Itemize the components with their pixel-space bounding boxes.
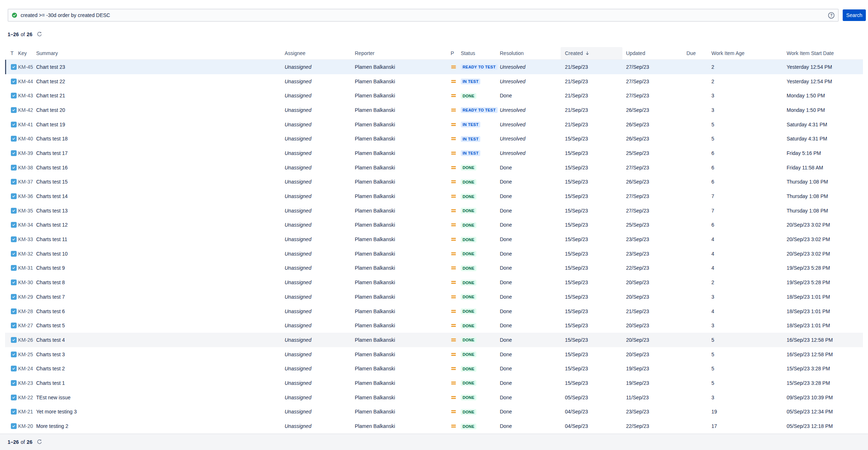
issue-row[interactable]: KM-35 Charts test 13 Unassigned Plamen B… (5, 203, 863, 218)
issue-summary[interactable]: Charts test 5 (36, 318, 285, 333)
issue-summary[interactable]: Charts test 12 (36, 218, 285, 232)
column-header-created[interactable]: Created (565, 47, 626, 60)
issue-row[interactable]: KM-36 Charts test 14 Unassigned Plamen B… (5, 189, 863, 203)
issue-key[interactable]: KM-29 (18, 290, 36, 304)
issue-key[interactable]: KM-23 (18, 376, 36, 390)
issue-summary[interactable]: Charts test 10 (36, 247, 285, 261)
refresh-icon[interactable] (37, 439, 42, 445)
issue-row[interactable]: KM-25 Charts test 3 Unassigned Plamen Ba… (5, 347, 863, 362)
column-header-work-item-age[interactable]: Work Item Age (711, 47, 787, 60)
issue-summary[interactable]: Charts test 4 (36, 333, 285, 347)
issue-key[interactable]: KM-34 (18, 218, 36, 232)
issue-key[interactable]: KM-27 (18, 318, 36, 333)
issue-row[interactable]: KM-27 Charts test 5 Unassigned Plamen Ba… (5, 318, 863, 333)
issue-summary[interactable]: More testing 2 (36, 419, 285, 433)
issue-summary[interactable]: Chart test 19 (36, 117, 285, 132)
issue-row[interactable]: KM-22 TEst new issue Unassigned Plamen B… (5, 390, 863, 405)
issue-row[interactable]: KM-29 Charts test 7 Unassigned Plamen Ba… (5, 290, 863, 304)
search-button[interactable]: Search (843, 9, 866, 21)
issue-row[interactable]: KM-38 Charts test 16 Unassigned Plamen B… (5, 160, 863, 175)
column-header-work-item-start-date[interactable]: Work Item Start Date (787, 47, 863, 60)
issue-summary[interactable]: Charts test 14 (36, 189, 285, 203)
jql-search-input[interactable]: created >= -30d order by created DESC ? (8, 9, 839, 22)
issue-key[interactable]: KM-39 (18, 146, 36, 160)
issue-key[interactable]: KM-42 (18, 103, 36, 117)
column-header-priority[interactable]: P (451, 47, 461, 60)
issue-key[interactable]: KM-24 (18, 361, 36, 376)
help-icon[interactable]: ? (828, 12, 835, 19)
issue-key[interactable]: KM-22 (18, 390, 36, 405)
issue-summary[interactable]: Charts test 7 (36, 290, 285, 304)
issue-key[interactable]: KM-20 (18, 419, 36, 433)
issue-row[interactable]: KM-24 Charts test 2 Unassigned Plamen Ba… (5, 361, 863, 376)
issue-row[interactable]: KM-26 Charts test 4 Unassigned Plamen Ba… (5, 333, 863, 347)
column-header-summary[interactable]: Summary (36, 47, 285, 60)
column-header-assignee[interactable]: Assignee (285, 47, 355, 60)
issue-key[interactable]: KM-40 (18, 131, 36, 146)
refresh-icon[interactable] (37, 31, 42, 37)
issue-summary[interactable]: Charts test 9 (36, 261, 285, 276)
issue-summary[interactable]: Charts test 11 (36, 232, 285, 247)
issue-key[interactable]: KM-45 (18, 60, 36, 74)
issue-key[interactable]: KM-41 (18, 117, 36, 132)
issue-summary[interactable]: Chart test 20 (36, 103, 285, 117)
issue-key[interactable]: KM-38 (18, 160, 36, 175)
issue-row[interactable]: KM-33 Charts test 11 Unassigned Plamen B… (5, 232, 863, 247)
issue-key[interactable]: KM-35 (18, 203, 36, 218)
issue-summary[interactable]: Charts test 2 (36, 361, 285, 376)
issue-key[interactable]: KM-21 (18, 405, 36, 419)
issue-summary[interactable]: Charts test 16 (36, 160, 285, 175)
issue-key[interactable]: KM-37 (18, 175, 36, 189)
column-header-due[interactable]: Due (686, 47, 711, 60)
column-header-updated[interactable]: Updated (626, 47, 686, 60)
issue-summary[interactable]: Charts test 6 (36, 304, 285, 319)
issue-row[interactable]: KM-42 Chart test 20 Unassigned Plamen Ba… (5, 103, 863, 117)
issue-summary[interactable]: Charts test 18 (36, 131, 285, 146)
issue-key[interactable]: KM-25 (18, 347, 36, 362)
issue-row[interactable]: KM-37 Charts test 15 Unassigned Plamen B… (5, 175, 863, 189)
issue-key[interactable]: KM-31 (18, 261, 36, 276)
issue-summary[interactable]: Charts test 13 (36, 203, 285, 218)
issue-row[interactable]: KM-21 Yet more testing 3 Unassigned Plam… (5, 405, 863, 419)
issue-work-item-age: 5 (711, 131, 787, 146)
issue-row[interactable]: KM-20 More testing 2 Unassigned Plamen B… (5, 419, 863, 433)
issue-summary[interactable]: Charts test 17 (36, 146, 285, 160)
issue-work-item-start-date: Friday 11:58 AM (787, 160, 863, 175)
issue-summary[interactable]: TEst new issue (36, 390, 285, 405)
jql-query-text[interactable]: created >= -30d order by created DESC (21, 12, 828, 18)
issue-key[interactable]: KM-36 (18, 189, 36, 203)
issue-row[interactable]: KM-40 Charts test 18 Unassigned Plamen B… (5, 131, 863, 146)
issue-row[interactable]: KM-30 Charts test 8 Unassigned Plamen Ba… (5, 275, 863, 290)
column-header-resolution[interactable]: Resolution (500, 47, 565, 60)
issue-summary[interactable]: Chart test 22 (36, 74, 285, 89)
issue-row[interactable]: KM-34 Charts test 12 Unassigned Plamen B… (5, 218, 863, 232)
issue-key[interactable]: KM-43 (18, 88, 36, 103)
issue-summary[interactable]: Chart test 23 (36, 60, 285, 74)
column-header-reporter[interactable]: Reporter (355, 47, 451, 60)
issue-row[interactable]: KM-43 Chart test 21 Unassigned Plamen Ba… (5, 88, 863, 103)
issue-summary[interactable]: Charts test 3 (36, 347, 285, 362)
issue-row[interactable]: KM-23 Charts test 1 Unassigned Plamen Ba… (5, 376, 863, 390)
issue-row[interactable]: KM-44 Chart test 22 Unassigned Plamen Ba… (5, 74, 863, 89)
issue-summary[interactable]: Yet more testing 3 (36, 405, 285, 419)
issue-row[interactable]: KM-32 Charts test 10 Unassigned Plamen B… (5, 247, 863, 261)
issue-row[interactable]: KM-31 Charts test 9 Unassigned Plamen Ba… (5, 261, 863, 276)
issue-row[interactable]: KM-41 Chart test 19 Unassigned Plamen Ba… (5, 117, 863, 132)
issue-summary[interactable]: Chart test 21 (36, 88, 285, 103)
issue-summary[interactable]: Charts test 15 (36, 175, 285, 189)
column-header-status[interactable]: Status (461, 47, 500, 60)
issue-key[interactable]: KM-30 (18, 275, 36, 290)
issue-summary[interactable]: Charts test 8 (36, 275, 285, 290)
issue-table-body: KM-45 Chart test 23 Unassigned Plamen Ba… (5, 60, 863, 433)
issue-key[interactable]: KM-32 (18, 247, 36, 261)
issue-row[interactable]: KM-45 Chart test 23 Unassigned Plamen Ba… (5, 60, 863, 74)
issue-summary[interactable]: Charts test 1 (36, 376, 285, 390)
issue-row[interactable]: KM-39 Charts test 17 Unassigned Plamen B… (5, 146, 863, 160)
issue-key[interactable]: KM-26 (18, 333, 36, 347)
issue-key[interactable]: KM-28 (18, 304, 36, 319)
issue-row[interactable]: KM-28 Charts test 6 Unassigned Plamen Ba… (5, 304, 863, 319)
column-header-type[interactable]: T (5, 47, 18, 60)
issue-key[interactable]: KM-33 (18, 232, 36, 247)
issue-key[interactable]: KM-44 (18, 74, 36, 89)
column-header-key[interactable]: Key (18, 47, 36, 60)
